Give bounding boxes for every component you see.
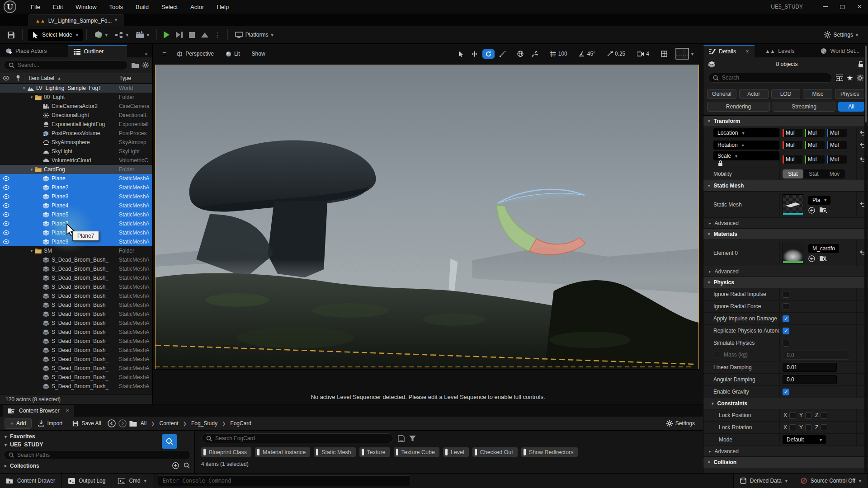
outliner-row-s-dead-broom-bush-[interactable]: S_Dead_Broom_Bush_StaticMeshA [0, 255, 152, 264]
collapse-arrow-icon[interactable]: ▾ [708, 232, 710, 236]
axis-lock-checkbox[interactable] [805, 412, 812, 419]
save-search-icon[interactable] [398, 435, 405, 442]
transform-value-field[interactable]: Mul [805, 155, 825, 164]
tab-world-settings[interactable]: World Set... [815, 45, 865, 57]
category-chip-streaming[interactable]: Streaming [773, 102, 835, 112]
mode-dropdown[interactable]: Default ▾ [783, 435, 826, 444]
transform-value-field[interactable]: Mul [783, 155, 802, 164]
toggle-sources-search-button[interactable] [162, 434, 177, 449]
tab-content-browser[interactable]: Content Browser × [3, 405, 74, 417]
eye-icon[interactable] [3, 212, 9, 217]
material-thumbnail[interactable] [783, 243, 803, 263]
content-drawer-button[interactable]: Content Drawer [0, 474, 62, 488]
axis-lock-checkbox[interactable] [821, 412, 827, 419]
outliner-search-input[interactable]: Search... [4, 60, 128, 70]
checkbox-unchecked[interactable] [783, 340, 789, 347]
viewport-panel[interactable]: ≡ Perspective Lit Show 100 [153, 44, 703, 404]
pin-column-header[interactable] [12, 73, 24, 83]
outliner-row-volumetriccloud[interactable]: VolumetricCloudVolumetricC [0, 156, 152, 165]
visibility-toggle[interactable] [0, 239, 12, 244]
outliner-row-plane4[interactable]: Plane4StaticMeshA [0, 201, 152, 210]
console-command-input[interactable]: Enter Console Command [158, 475, 411, 486]
checkbox-checked[interactable]: ✓ [783, 315, 789, 322]
item-label-column-header[interactable]: Item Label ▲ [24, 75, 119, 81]
visibility-toggle[interactable] [0, 185, 12, 190]
output-log-button[interactable]: Output Log [62, 474, 112, 488]
unlock-icon[interactable] [858, 61, 863, 68]
details-search-input[interactable]: Search [708, 73, 832, 83]
display-filter-icon[interactable] [836, 75, 843, 81]
section-constraints[interactable]: ▾Constraints [703, 398, 868, 409]
visibility-toggle[interactable] [0, 203, 12, 208]
category-chip-all[interactable]: All [838, 102, 864, 112]
static-mesh-asset-dropdown[interactable]: Pla ▾ [808, 196, 830, 205]
section-collision[interactable]: ▾Collision [703, 457, 868, 468]
category-chip-misc[interactable]: Misc [803, 89, 832, 99]
visibility-column-header[interactable] [0, 73, 12, 83]
eye-icon[interactable] [3, 176, 9, 181]
checkbox-checked[interactable]: ✓ [783, 328, 789, 334]
expander-icon[interactable]: ▾ [29, 167, 34, 172]
collapse-arrow-icon[interactable]: ▾ [708, 460, 710, 465]
collapse-arrow-icon[interactable]: ▾ [712, 401, 714, 406]
static-mesh-thumbnail[interactable] [783, 194, 803, 215]
save-button[interactable] [4, 29, 19, 41]
category-chip-physics[interactable]: Physics [835, 89, 864, 99]
translate-tool-button[interactable] [468, 49, 481, 59]
maximize-button[interactable] [834, 0, 851, 14]
number-field[interactable]: 0.0 [783, 375, 837, 384]
filter-chip-level[interactable]: Level [443, 447, 469, 457]
outliner-row-plane5[interactable]: Plane5StaticMeshA [0, 210, 152, 219]
blueprints-button[interactable]: ▾ [111, 29, 132, 41]
grid-snap-toggle[interactable]: 100 [547, 49, 571, 59]
visibility-toggle[interactable] [0, 194, 12, 199]
viewport-layout-dropdown[interactable]: ▾ [672, 46, 697, 61]
eye-icon[interactable] [3, 230, 9, 235]
category-chip-lod[interactable]: LOD [771, 89, 801, 99]
expand-arrow-icon[interactable]: ▸ [709, 449, 711, 454]
menu-edit[interactable]: Edit [47, 1, 69, 13]
outliner-row-s-dead-broom-bush-[interactable]: S_Dead_Broom_Bush_StaticMeshA [0, 346, 152, 355]
stop-button[interactable] [186, 29, 198, 41]
filter-chip-checked-out[interactable]: Checked Out [472, 447, 518, 457]
breadcrumb-fog_study[interactable]: Fog_Study [190, 420, 218, 427]
breadcrumb-content[interactable]: Content [158, 420, 179, 427]
outliner-row-skylight[interactable]: SkyLightSkyLight [0, 147, 152, 156]
outliner-row-s-dead-broom-bush-[interactable]: S_Dead_Broom_Bush_StaticMeshA [0, 337, 152, 346]
filter-pill-icon[interactable] [475, 449, 477, 455]
outliner-row-s-dead-broom-bush-[interactable]: S_Dead_Broom_Bush_StaticMeshA [0, 282, 152, 291]
outliner-row-lv-lighting-sample-fogt[interactable]: ▾LV_Lighting_Sample_FogTWorld [0, 84, 152, 93]
static-mesh-advanced[interactable]: ▸Advanced [703, 218, 868, 229]
outliner-row-plane3[interactable]: Plane3StaticMeshA [0, 192, 152, 201]
filter-chip-static-mesh[interactable]: Static Mesh [314, 447, 355, 457]
transform-value-field[interactable]: Mul [805, 141, 825, 149]
platforms-dropdown[interactable]: Platforms ▾ [231, 29, 277, 41]
outliner-row-cinecameraactor2[interactable]: CineCameraActor2CineCamera [0, 102, 152, 111]
filter-pill-icon[interactable] [362, 449, 364, 455]
tab-outliner[interactable]: Outliner [68, 45, 127, 57]
materials-advanced[interactable]: ▸Advanced [703, 266, 868, 277]
transform-value-field[interactable]: Mul [783, 141, 802, 149]
type-column-header[interactable]: Type [119, 75, 152, 81]
visibility-toggle[interactable] [0, 221, 12, 226]
mobility-segmented-control[interactable]: StatStatMov [783, 169, 845, 178]
transform-value-field[interactable]: Mul [827, 129, 847, 137]
scale-tool-button[interactable] [496, 49, 509, 59]
axis-lock-checkbox[interactable] [821, 424, 827, 431]
transform-axis-dropdown[interactable]: Rotation ▾ [713, 141, 779, 150]
axis-lock-checkbox[interactable] [789, 412, 796, 419]
outliner-row-s-dead-broom-bush-[interactable]: S_Dead_Broom_Bush_StaticMeshA [0, 355, 152, 364]
cinematics-button[interactable]: ▾ [132, 29, 153, 41]
details-settings-gear-icon[interactable] [857, 75, 863, 81]
rotate-tool-button[interactable] [482, 49, 495, 59]
expander-icon[interactable]: ▾ [29, 95, 34, 99]
outliner-row-s-dead-broom-bush-[interactable]: S_Dead_Broom_Bush_StaticMeshA [0, 291, 152, 300]
browse-to-asset-icon[interactable] [820, 207, 827, 213]
eye-icon[interactable] [3, 194, 9, 199]
axis-lock-checkbox[interactable] [789, 424, 796, 431]
checkbox-unchecked[interactable] [783, 303, 789, 310]
content-browser-settings[interactable]: Settings [666, 420, 698, 427]
collapse-arrow-icon[interactable]: ▾ [708, 119, 710, 123]
tab-level-asset[interactable]: ▲▲ LV_Lighting_Sample_Fo... * [28, 14, 124, 26]
outliner-row-exponentialheightfog[interactable]: ExponentialHeightFogExponentiall [0, 120, 152, 129]
